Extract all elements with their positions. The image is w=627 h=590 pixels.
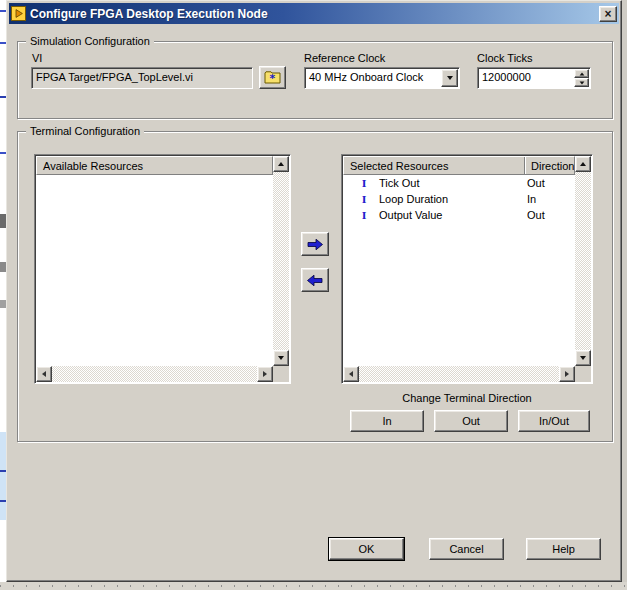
svg-text:*: * [270,72,276,85]
change-terminal-direction-label: Change Terminal Direction [341,392,593,404]
resource-name: Output Value [371,209,521,221]
scroll-left-icon[interactable] [36,366,52,382]
clock-ticks-label: Clock Ticks [477,52,533,64]
blue-left-arrow-icon [306,274,324,287]
labview-run-arrow-icon [11,6,26,21]
selected-resources-rows: I Tick Out Out I Loop Duration In I Outp… [343,175,575,366]
move-left-button[interactable] [301,268,329,292]
title-bar[interactable]: Configure FPGA Desktop Execution Node × [9,3,619,24]
scroll-right-icon[interactable] [559,366,575,382]
selected-resources-column-header[interactable]: Selected Resources [344,157,524,174]
selected-resources-header[interactable]: Selected Resources Direction [343,156,575,175]
direction-in-button[interactable]: In [350,410,424,432]
scroll-left-icon[interactable] [343,366,359,382]
direction-inout-button[interactable]: In/Out [518,410,590,432]
selected-horizontal-scrollbar[interactable] [343,366,575,382]
vi-path-field[interactable]: FPGA Target/FPGA_TopLevel.vi [31,67,253,89]
selected-vertical-scrollbar[interactable] [575,156,591,366]
resource-direction: Out [521,177,575,189]
i32-type-icon: I [357,194,371,205]
dropdown-arrow-icon[interactable] [441,69,458,87]
resource-direction: Out [521,209,575,221]
available-resources-header[interactable]: Available Resources [36,156,273,175]
scroll-down-icon[interactable] [273,350,289,366]
scrollbar-corner [575,366,591,382]
vi-label: VI [32,52,42,64]
terminal-configuration-legend: Terminal Configuration [26,125,144,137]
reference-clock-dropdown[interactable]: 40 MHz Onboard Clock [304,67,460,89]
reference-clock-label: Reference Clock [304,52,385,64]
direction-column-header[interactable]: Direction [525,157,574,174]
configure-fpga-dialog: Configure FPGA Desktop Execution Node × … [6,0,622,582]
folder-browse-icon: * [264,71,281,84]
screen: { "window": { "title": "Configure FPGA D… [0,0,627,590]
resource-name: Tick Out [371,177,521,189]
background-window-sliver-bottom [0,582,627,590]
scroll-right-icon[interactable] [257,366,273,382]
blue-right-arrow-icon [306,238,324,251]
available-resources-list[interactable]: Available Resources [34,154,291,384]
move-right-button[interactable] [301,232,329,256]
available-vertical-scrollbar[interactable] [273,156,289,366]
cancel-button[interactable]: Cancel [429,538,504,560]
selected-resources-list[interactable]: Selected Resources Direction I Tick Out … [341,154,593,384]
i32-type-icon: I [357,210,371,221]
simulation-configuration-legend: Simulation Configuration [26,35,154,47]
resource-name: Loop Duration [371,193,521,205]
resource-row[interactable]: I Loop Duration In [343,191,575,207]
resource-direction: In [521,193,575,205]
spin-up-icon[interactable] [574,69,589,78]
direction-out-button[interactable]: Out [434,410,508,432]
resource-row[interactable]: I Output Value Out [343,207,575,223]
close-icon[interactable]: × [599,6,617,22]
scroll-up-icon[interactable] [575,156,591,172]
clock-ticks-spinner[interactable]: 12000000 [477,67,591,89]
browse-vi-button[interactable]: * [259,66,286,89]
available-horizontal-scrollbar[interactable] [36,366,273,382]
spin-down-icon[interactable] [574,78,589,87]
scroll-down-icon[interactable] [575,350,591,366]
help-button[interactable]: Help [526,538,601,560]
scroll-up-icon[interactable] [273,156,289,172]
ok-button[interactable]: OK [329,538,404,560]
i32-type-icon: I [357,178,371,189]
scrollbar-corner [273,366,289,382]
resource-row[interactable]: I Tick Out Out [343,175,575,191]
window-title: Configure FPGA Desktop Execution Node [30,7,599,21]
